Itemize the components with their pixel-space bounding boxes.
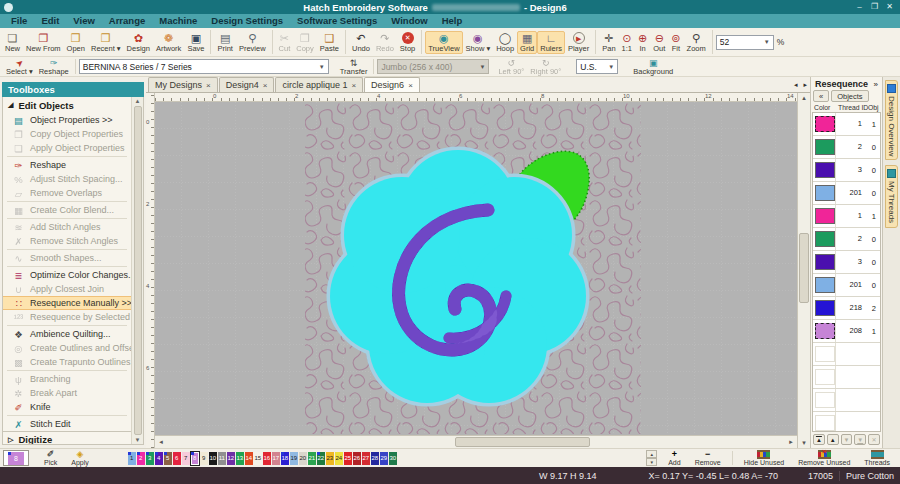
toolbox-item-smooth-shapes[interactable]: ∿Smooth Shapes... [3,251,131,265]
color-sequence-row[interactable]: 11 [813,113,880,136]
palette-chip-15[interactable]: 15 [254,452,262,465]
color-sequence-row[interactable]: 20 [813,228,880,251]
colors-mode-button[interactable]: « [813,90,829,102]
1-1-button[interactable]: ⊙1:1 [619,31,635,54]
palette-chip-21[interactable]: 21 [308,452,316,465]
palette-chip-20[interactable]: 20 [299,452,307,465]
color-swatch[interactable] [815,300,835,316]
show-button[interactable]: ◉Show ▾ [463,31,494,54]
right-90-button[interactable]: ↻Right 90° [527,57,564,77]
apply-color-button[interactable]: ◈ Apply [71,450,89,467]
rulers-button[interactable]: ∟Rulers [537,31,565,54]
new-button[interactable]: ❏New [2,31,23,54]
color-swatch[interactable] [815,116,835,132]
zoom-factor-combo[interactable]: 52▼ [716,35,774,50]
hscroll-thumb[interactable] [455,437,590,447]
palette-chip-18[interactable]: 18 [281,452,289,465]
palette-chip-6[interactable]: 6 [173,452,181,465]
tab-scroll-left-icon[interactable]: ◂ [791,81,801,89]
scroll-up-icon[interactable]: ▴ [798,93,810,103]
recent-button[interactable]: ❒Recent ▾ [88,31,124,54]
toolbox-item-reshape[interactable]: ✑Reshape [3,158,131,172]
toolbox-section-edit-objects[interactable]: ◢Edit Objects [3,97,131,113]
zoom-button[interactable]: ⚲Zoom [684,31,709,54]
trueview-button[interactable]: ◉TrueView [425,31,462,54]
background-button[interactable]: ▣Background [630,57,676,77]
current-color-chip[interactable]: 8 [8,452,24,465]
scrollbar-thumb[interactable] [134,106,142,435]
palette-chip-11[interactable]: 11 [218,452,226,465]
palette-chip-13[interactable]: 13 [236,452,244,465]
palette-chip-9[interactable]: 9 [200,452,208,465]
pan-button[interactable]: ✛Pan [599,31,618,54]
close-button[interactable]: ✕ [883,1,896,13]
scroll-up-icon[interactable]: ▲ [135,98,141,104]
remove-unused-button[interactable]: × Remove Unused [798,450,850,467]
out-button[interactable]: ⊖Out [650,31,668,54]
menu-machine[interactable]: Machine [152,14,204,28]
toolbox-item-resequence-manually[interactable]: ∷Resequence Manually >> [3,296,131,310]
color-sequence-row[interactable]: 30 [813,159,880,182]
vertical-scrollbar[interactable]: ▴ ▾ [797,93,810,448]
palette-chip-25[interactable]: 25 [344,452,352,465]
scroll-down-icon[interactable]: ▼ [135,437,141,443]
menu-software-settings[interactable]: Software Settings [290,14,384,28]
toolbox-item-ambience-quilting[interactable]: ❖Ambience Quilting... [3,327,131,341]
color-sequence-row[interactable]: 11 [813,205,880,228]
palette-chip-5[interactable]: 5 [164,452,172,465]
tab-design4[interactable]: Design4× [219,77,275,92]
toolbox-item-apply-object-properties[interactable]: ❏Apply Object Properties [3,141,131,155]
in-button[interactable]: ⊕In [635,31,650,54]
color-sequence-row[interactable]: 2010 [813,274,880,297]
print-button[interactable]: ▤Print [214,31,235,54]
hoop-button[interactable]: ◯Hoop [493,31,517,54]
minimize-button[interactable]: – [853,1,866,13]
design-button[interactable]: ✿Design [124,31,153,54]
scroll-left-icon[interactable]: ◂ [155,436,167,448]
palette-chip-3[interactable]: 3 [146,452,154,465]
vscroll-thumb[interactable] [799,233,809,303]
color-sequence-row[interactable]: 30 [813,251,880,274]
units-combo[interactable]: U.S.▼ [576,59,618,74]
palette-chip-2[interactable]: 2 [137,452,145,465]
transfer-button[interactable]: ⇅Transfer [337,57,371,77]
color-sequence-row[interactable]: 20 [813,136,880,159]
tab-close-icon[interactable]: × [206,81,211,90]
toolbox-item-stitch-edit[interactable]: ✗Stitch Edit [3,417,131,431]
menu-design-settings[interactable]: Design Settings [204,14,290,28]
panel-collapse-icon[interactable]: » [874,80,878,89]
panel-tab-my-threads[interactable]: My Threads [885,165,898,227]
tab-close-icon[interactable]: × [408,81,413,90]
paste-button[interactable]: ❑Paste [317,31,342,54]
menu-help[interactable]: Help [435,14,470,28]
move-to-first-button[interactable]: ▲ [813,434,825,445]
new-from-button[interactable]: ❐New From [23,31,64,54]
toolbox-item-adjust-stitch-spacing[interactable]: %Adjust Stitch Spacing... [3,172,131,186]
palette-chip-12[interactable]: 12 [227,452,235,465]
palette-chip-29[interactable]: 29 [380,452,388,465]
tab-scroll-right-icon[interactable]: ▸ [800,81,810,89]
redo-button[interactable]: ↷Redo [373,31,397,54]
select-button[interactable]: ➤Select ▾ [3,57,36,77]
tab-my-designs[interactable]: My Designs× [148,77,218,92]
palette-spinner[interactable]: ▴▾ [646,450,657,466]
palette-chip-28[interactable]: 28 [371,452,379,465]
pick-color-button[interactable]: ✐ Pick [44,450,57,467]
color-swatch[interactable] [815,185,835,201]
cut-button[interactable]: ✂Cut [276,31,294,54]
machine-combo[interactable]: BERNINA 8 Series / 7 Series▼ [79,59,329,74]
palette-chip-14[interactable]: 14 [245,452,253,465]
color-swatch[interactable] [815,254,835,270]
color-swatch[interactable] [815,277,835,293]
fit-button[interactable]: ⊚Fit [668,31,683,54]
palette-chip-27[interactable]: 27 [362,452,370,465]
toolbox-item-create-trapunto-outlines[interactable]: ▩Create Trapunto Outlines... [3,355,131,369]
preview-button[interactable]: ⚲Preview [236,31,269,54]
palette-chip-8[interactable]: 8 [191,452,199,465]
toolbox-item-knife[interactable]: ✐Knife [3,400,131,414]
scroll-down-icon[interactable]: ▾ [798,438,810,448]
horizontal-scrollbar[interactable]: ◂ ▸ [155,435,797,448]
undo-button[interactable]: ↶Undo [349,31,373,54]
toolbox-item-object-properties[interactable]: ▤Object Properties >> [3,113,131,127]
toolbox-item-resequence-by-selected-order[interactable]: ¹²³Resequence by Selected Order [3,310,131,324]
